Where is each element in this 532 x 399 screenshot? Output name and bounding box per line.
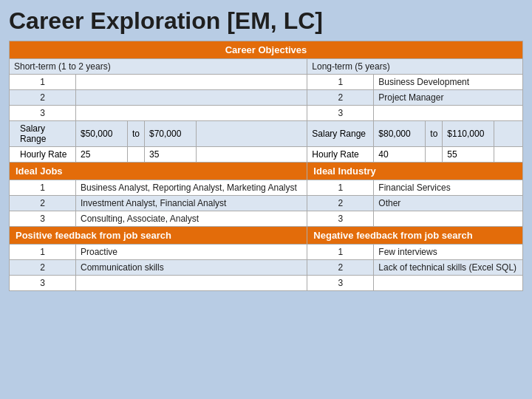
feedback-headers-row: Positive feedback from job search Negati… bbox=[10, 227, 523, 245]
career-row-2: 2 2 Project Manager bbox=[10, 90, 523, 106]
ideal-headers-row: Ideal Jobs Ideal Industry bbox=[10, 163, 523, 180]
career-row-1: 1 1 Business Development bbox=[10, 75, 523, 90]
ideal-row-2: 2 Investment Analyst, Financial Analyst … bbox=[10, 196, 523, 211]
hourly-rate-row: Hourly Rate 25 35 Hourly Rate 40 55 bbox=[10, 147, 523, 163]
career-objectives-header: Career Objectives bbox=[10, 41, 523, 59]
ideal-row-3: 3 Consulting, Associate, Analyst 3 bbox=[10, 211, 523, 227]
feedback-row-1: 1 Proactive 1 Few interviews bbox=[10, 245, 523, 260]
salary-row: Salary Range $50,000 to $70,000 Salary R… bbox=[10, 121, 523, 147]
ideal-row-1: 1 Business Analyst, Reporting Analyst, M… bbox=[10, 180, 523, 196]
career-row-3: 3 3 bbox=[10, 106, 523, 121]
feedback-row-3: 3 3 bbox=[10, 276, 523, 291]
page-title: Career Exploration [EM, LC] bbox=[9, 7, 523, 35]
page: Career Exploration [EM, LC] Career Objec… bbox=[0, 0, 532, 399]
career-objectives-subheader: Short-term (1 to 2 years) Long-term (5 y… bbox=[10, 59, 523, 75]
main-table: Career Objectives Short-term (1 to 2 yea… bbox=[9, 41, 523, 291]
feedback-row-2: 2 Communication skills 2 Lack of technic… bbox=[10, 260, 523, 276]
